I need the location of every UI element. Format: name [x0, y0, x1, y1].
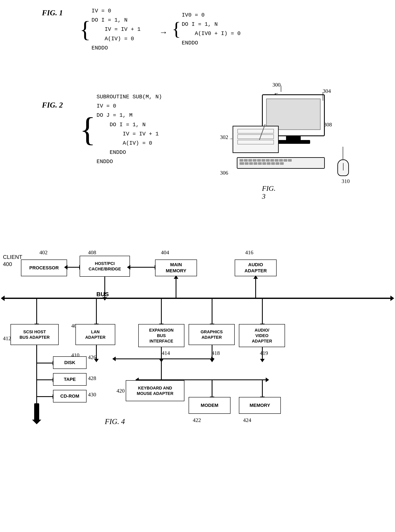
ref302-arrow: → — [229, 136, 233, 141]
fig4-section: CLIENT 400 ↘ 402 PROCESSOR 408 HOST/PCIC… — [0, 228, 395, 530]
bus-line — [4, 298, 391, 299]
left-brace-open: { — [80, 18, 91, 41]
scsi-box: SCSI HOSTBUS ADAPTER — [11, 324, 59, 345]
ref-430: 430 — [88, 392, 96, 398]
fig3-label: FIG. 3 — [262, 184, 275, 200]
memory-box: MEMORY — [239, 397, 281, 414]
ref-422: 422 — [193, 417, 201, 423]
mouse-cord — [343, 147, 343, 160]
fig1-section: FIG. 1 — [42, 8, 63, 17]
host-pci-box: HOST/PCICACHE/BRIDGE — [80, 256, 130, 277]
keyboard-box: KEYBOARD ANDMOUSE ADAPTER — [126, 380, 184, 401]
fig1-label: FIG. 1 — [42, 9, 63, 17]
host-to-mem-line — [130, 267, 155, 268]
right-brace-open: { — [172, 19, 181, 38]
expansion-box: EXPANSIONBUSINTERFACE — [138, 324, 184, 347]
keyboard — [237, 157, 325, 169]
ref-426: 426 — [88, 354, 96, 360]
ref-404: 404 — [161, 249, 169, 256]
lan-down-line — [96, 299, 97, 324]
ref-302: 302 — [220, 134, 228, 140]
mem-up-line — [176, 278, 176, 298]
audio-adapter-box: AUDIOADAPTER — [235, 260, 277, 276]
exp-to-lbus — [161, 347, 162, 359]
lan-box: LANADAPTER — [76, 324, 115, 345]
cdrom-box: CD-ROM — [53, 390, 87, 402]
avideo-to-lbus — [262, 347, 263, 359]
keyboard-keys — [240, 159, 322, 162]
scsi-down-line — [36, 299, 37, 324]
proc-to-host-line — [67, 267, 80, 268]
scsi-vert-main — [36, 345, 37, 404]
arrow-left2 — [127, 265, 130, 270]
fig2-label: FIG. 2 — [42, 101, 63, 109]
system-unit — [233, 126, 279, 153]
scsi-final-down — [34, 404, 39, 421]
gfx-down-line — [212, 299, 213, 324]
modem-box: MODEM — [189, 397, 230, 414]
fig4-label: FIG. 4 — [105, 417, 125, 426]
fig2-code: SUBROUTINE SUB(M, N) IV = 0 DO J = 1, M … — [97, 92, 162, 166]
fig1-left-code: IV = 0 DO I = 1, N IV = IV + 1 A(IV) = 0… — [92, 6, 141, 53]
audio-video-box: AUDIO/VIDEOADAPTER — [239, 324, 285, 347]
ref-424: 424 — [243, 417, 251, 423]
fig1-right-block: { IV0 = 0 DO I = 1, N A(IV0 + I) = 0 END… — [172, 11, 241, 48]
bus-arrow-right — [390, 296, 394, 301]
avideo-lower-arrow — [260, 359, 265, 362]
audio-up-line — [255, 278, 256, 298]
drive-bay-2 — [237, 134, 274, 139]
mem2-down-line — [262, 380, 263, 397]
ref-414: 414 — [162, 350, 170, 356]
arrow-left — [64, 265, 67, 270]
client-label: CLIENT 400 — [3, 254, 22, 268]
to-disk-line — [36, 363, 53, 363]
ref304-line — [323, 92, 323, 101]
fig1-arrow: → — [159, 27, 168, 37]
ref-402: 402 — [39, 249, 48, 256]
fig1-left-block: { IV = 0 DO I = 1, N IV = IV + 1 A(IV) =… — [80, 6, 141, 53]
ref-408: 408 — [88, 249, 96, 256]
bus-arrow-left — [1, 296, 5, 301]
mouse-divider — [343, 163, 343, 170]
to-tape-line — [36, 379, 53, 380]
page: FIG. 1 { IV = 0 DO I = 1, N IV = IV + 1 … — [0, 0, 395, 532]
ref-428: 428 — [88, 375, 96, 382]
to-cdrom-line — [36, 396, 53, 397]
ref-418: 418 — [212, 350, 220, 356]
ref-304: 304 — [323, 88, 331, 94]
drive-bay-3 — [237, 140, 274, 144]
processor-box: PROCESSOR — [21, 260, 67, 276]
up-arrow1 — [174, 275, 178, 279]
drive-bay-1 — [237, 129, 274, 133]
lower-bus-left — [112, 357, 116, 361]
up-arrow2 — [253, 275, 258, 279]
disk-box: DISK — [53, 356, 87, 369]
ref-300: 300 — [272, 82, 280, 88]
ref-420: 420 — [116, 388, 125, 394]
exp-bus-right — [266, 377, 269, 382]
monitor-screen — [266, 99, 321, 130]
graphics-box: GRAPHICSADAPTER — [189, 324, 235, 345]
monitor-neck — [286, 136, 301, 140]
mouse-body — [337, 159, 349, 176]
avideo-down-line — [262, 299, 263, 324]
modem-down-line — [212, 380, 213, 397]
mouse-area — [337, 159, 349, 176]
exp-to-kbd — [161, 359, 162, 380]
scsi-final-arrow — [32, 420, 41, 424]
ref-308: 308 — [324, 122, 332, 128]
fig2-block: { SUBROUTINE SUB(M, N) IV = 0 DO J = 1, … — [80, 92, 162, 166]
fig1-right-code: IV0 = 0 DO I = 1, N A(IV0 + I) = 0 ENDDO — [182, 11, 241, 48]
keyboard-keys-row2 — [240, 162, 322, 165]
tape-box: TAPE — [53, 373, 87, 386]
gfx-lower-arrow — [210, 359, 214, 362]
ref-310: 310 — [342, 178, 350, 184]
bus-label: BUS — [96, 291, 109, 298]
ref-306: 306 — [220, 170, 228, 176]
exp-down-line — [161, 299, 162, 324]
ref-412: 412 — [3, 335, 11, 342]
monitor-base — [277, 140, 310, 144]
fig2-brace: { — [80, 113, 96, 146]
ref-416: 416 — [245, 249, 253, 256]
main-memory-box: MAINMEMORY — [155, 260, 197, 276]
